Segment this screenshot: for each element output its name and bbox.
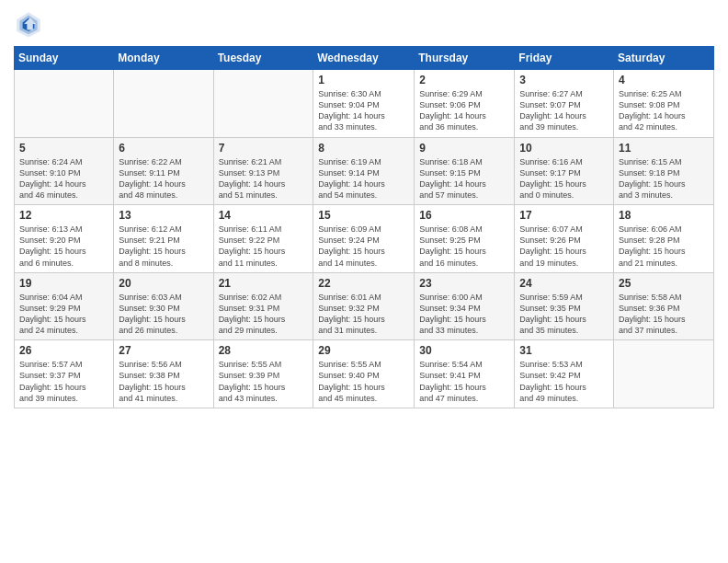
calendar-cell: 29Sunrise: 5:55 AM Sunset: 9:40 PM Dayli… bbox=[313, 340, 415, 408]
day-info: Sunrise: 6:09 AM Sunset: 9:24 PM Dayligh… bbox=[318, 224, 409, 269]
day-number: 3 bbox=[519, 74, 609, 86]
calendar-cell: 9Sunrise: 6:18 AM Sunset: 9:15 PM Daylig… bbox=[415, 137, 515, 205]
day-number: 9 bbox=[419, 142, 509, 155]
day-number: 15 bbox=[318, 209, 409, 222]
calendar-cell bbox=[15, 70, 114, 138]
calendar-cell: 15Sunrise: 6:09 AM Sunset: 9:24 PM Dayli… bbox=[313, 205, 415, 273]
day-number: 25 bbox=[619, 277, 709, 290]
calendar-cell: 21Sunrise: 6:02 AM Sunset: 9:31 PM Dayli… bbox=[213, 272, 313, 340]
day-number: 19 bbox=[19, 277, 108, 290]
day-info: Sunrise: 6:02 AM Sunset: 9:31 PM Dayligh… bbox=[219, 292, 309, 337]
calendar-cell: 2Sunrise: 6:29 AM Sunset: 9:06 PM Daylig… bbox=[415, 70, 515, 138]
day-info: Sunrise: 6:12 AM Sunset: 9:21 PM Dayligh… bbox=[119, 224, 208, 269]
day-header-wednesday: Wednesday bbox=[313, 47, 415, 70]
day-info: Sunrise: 6:06 AM Sunset: 9:28 PM Dayligh… bbox=[619, 224, 709, 269]
day-info: Sunrise: 6:03 AM Sunset: 9:30 PM Dayligh… bbox=[119, 292, 208, 337]
day-header-tuesday: Tuesday bbox=[213, 47, 313, 70]
day-number: 24 bbox=[519, 277, 609, 290]
header-row: SundayMondayTuesdayWednesdayThursdayFrid… bbox=[15, 47, 714, 70]
day-number: 1 bbox=[318, 74, 409, 86]
calendar-cell: 17Sunrise: 6:07 AM Sunset: 9:26 PM Dayli… bbox=[515, 205, 614, 273]
day-info: Sunrise: 5:59 AM Sunset: 9:35 PM Dayligh… bbox=[519, 292, 609, 337]
calendar-cell: 25Sunrise: 5:58 AM Sunset: 9:36 PM Dayli… bbox=[614, 272, 714, 340]
day-info: Sunrise: 6:16 AM Sunset: 9:17 PM Dayligh… bbox=[519, 156, 609, 201]
week-row-4: 19Sunrise: 6:04 AM Sunset: 9:29 PM Dayli… bbox=[15, 272, 714, 340]
day-info: Sunrise: 6:27 AM Sunset: 9:07 PM Dayligh… bbox=[519, 88, 609, 133]
calendar-cell: 3Sunrise: 6:27 AM Sunset: 9:07 PM Daylig… bbox=[515, 70, 614, 138]
day-number: 8 bbox=[318, 142, 409, 155]
day-number: 17 bbox=[519, 209, 609, 222]
day-info: Sunrise: 6:22 AM Sunset: 9:11 PM Dayligh… bbox=[119, 156, 208, 201]
header bbox=[14, 9, 714, 39]
calendar-cell bbox=[114, 70, 213, 138]
day-info: Sunrise: 6:18 AM Sunset: 9:15 PM Dayligh… bbox=[419, 156, 509, 201]
day-header-saturday: Saturday bbox=[614, 47, 714, 70]
day-info: Sunrise: 5:53 AM Sunset: 9:42 PM Dayligh… bbox=[519, 359, 609, 404]
calendar-cell: 12Sunrise: 6:13 AM Sunset: 9:20 PM Dayli… bbox=[15, 205, 114, 273]
day-info: Sunrise: 6:15 AM Sunset: 9:18 PM Dayligh… bbox=[619, 156, 709, 201]
calendar-cell: 26Sunrise: 5:57 AM Sunset: 9:37 PM Dayli… bbox=[15, 340, 114, 408]
day-number: 18 bbox=[619, 209, 709, 222]
day-info: Sunrise: 5:55 AM Sunset: 9:40 PM Dayligh… bbox=[318, 359, 409, 404]
day-number: 31 bbox=[519, 344, 609, 357]
day-number: 4 bbox=[619, 74, 709, 86]
day-info: Sunrise: 6:11 AM Sunset: 9:22 PM Dayligh… bbox=[219, 224, 309, 269]
day-header-friday: Friday bbox=[515, 47, 614, 70]
day-number: 30 bbox=[419, 344, 509, 357]
day-header-sunday: Sunday bbox=[15, 47, 114, 70]
day-number: 21 bbox=[219, 277, 309, 290]
page: SundayMondayTuesdayWednesdayThursdayFrid… bbox=[0, 0, 728, 563]
day-info: Sunrise: 5:54 AM Sunset: 9:41 PM Dayligh… bbox=[419, 359, 509, 404]
day-header-thursday: Thursday bbox=[415, 47, 515, 70]
week-row-3: 12Sunrise: 6:13 AM Sunset: 9:20 PM Dayli… bbox=[15, 205, 714, 273]
day-number: 6 bbox=[119, 142, 208, 155]
day-number: 13 bbox=[119, 209, 208, 222]
day-info: Sunrise: 5:55 AM Sunset: 9:39 PM Dayligh… bbox=[219, 359, 309, 404]
day-number: 23 bbox=[419, 277, 509, 290]
day-number: 10 bbox=[519, 142, 609, 155]
day-number: 5 bbox=[19, 142, 108, 155]
day-info: Sunrise: 6:19 AM Sunset: 9:14 PM Dayligh… bbox=[318, 156, 409, 201]
day-info: Sunrise: 6:25 AM Sunset: 9:08 PM Dayligh… bbox=[619, 88, 709, 133]
calendar-table: SundayMondayTuesdayWednesdayThursdayFrid… bbox=[14, 46, 714, 408]
week-row-1: 1Sunrise: 6:30 AM Sunset: 9:04 PM Daylig… bbox=[15, 70, 714, 138]
calendar-cell: 6Sunrise: 6:22 AM Sunset: 9:11 PM Daylig… bbox=[114, 137, 213, 205]
calendar-cell bbox=[213, 70, 313, 138]
calendar-cell: 20Sunrise: 6:03 AM Sunset: 9:30 PM Dayli… bbox=[114, 272, 213, 340]
calendar-cell: 30Sunrise: 5:54 AM Sunset: 9:41 PM Dayli… bbox=[415, 340, 515, 408]
calendar-cell: 18Sunrise: 6:06 AM Sunset: 9:28 PM Dayli… bbox=[614, 205, 714, 273]
day-number: 22 bbox=[318, 277, 409, 290]
day-info: Sunrise: 6:00 AM Sunset: 9:34 PM Dayligh… bbox=[419, 292, 509, 337]
day-header-monday: Monday bbox=[114, 47, 213, 70]
day-info: Sunrise: 5:57 AM Sunset: 9:37 PM Dayligh… bbox=[19, 359, 108, 404]
day-number: 14 bbox=[219, 209, 309, 222]
day-info: Sunrise: 6:13 AM Sunset: 9:20 PM Dayligh… bbox=[19, 224, 108, 269]
calendar-cell: 19Sunrise: 6:04 AM Sunset: 9:29 PM Dayli… bbox=[15, 272, 114, 340]
calendar-cell: 28Sunrise: 5:55 AM Sunset: 9:39 PM Dayli… bbox=[213, 340, 313, 408]
day-number: 20 bbox=[119, 277, 208, 290]
day-info: Sunrise: 6:04 AM Sunset: 9:29 PM Dayligh… bbox=[19, 292, 108, 337]
calendar-cell: 11Sunrise: 6:15 AM Sunset: 9:18 PM Dayli… bbox=[614, 137, 714, 205]
calendar-cell: 24Sunrise: 5:59 AM Sunset: 9:35 PM Dayli… bbox=[515, 272, 614, 340]
calendar-cell: 27Sunrise: 5:56 AM Sunset: 9:38 PM Dayli… bbox=[114, 340, 213, 408]
day-number: 28 bbox=[219, 344, 309, 357]
week-row-2: 5Sunrise: 6:24 AM Sunset: 9:10 PM Daylig… bbox=[15, 137, 714, 205]
calendar-cell: 31Sunrise: 5:53 AM Sunset: 9:42 PM Dayli… bbox=[515, 340, 614, 408]
day-number: 16 bbox=[419, 209, 509, 222]
calendar-cell: 16Sunrise: 6:08 AM Sunset: 9:25 PM Dayli… bbox=[415, 205, 515, 273]
day-number: 7 bbox=[219, 142, 309, 155]
day-info: Sunrise: 5:56 AM Sunset: 9:38 PM Dayligh… bbox=[119, 359, 208, 404]
calendar-cell: 22Sunrise: 6:01 AM Sunset: 9:32 PM Dayli… bbox=[313, 272, 415, 340]
day-info: Sunrise: 6:08 AM Sunset: 9:25 PM Dayligh… bbox=[419, 224, 509, 269]
day-info: Sunrise: 6:24 AM Sunset: 9:10 PM Dayligh… bbox=[19, 156, 108, 201]
calendar-cell: 5Sunrise: 6:24 AM Sunset: 9:10 PM Daylig… bbox=[15, 137, 114, 205]
day-number: 27 bbox=[119, 344, 208, 357]
calendar-cell: 8Sunrise: 6:19 AM Sunset: 9:14 PM Daylig… bbox=[313, 137, 415, 205]
calendar-cell: 1Sunrise: 6:30 AM Sunset: 9:04 PM Daylig… bbox=[313, 70, 415, 138]
day-number: 12 bbox=[19, 209, 108, 222]
logo bbox=[14, 9, 47, 39]
day-info: Sunrise: 6:07 AM Sunset: 9:26 PM Dayligh… bbox=[519, 224, 609, 269]
day-info: Sunrise: 5:58 AM Sunset: 9:36 PM Dayligh… bbox=[619, 292, 709, 337]
day-info: Sunrise: 6:21 AM Sunset: 9:13 PM Dayligh… bbox=[219, 156, 309, 201]
day-number: 2 bbox=[419, 74, 509, 86]
